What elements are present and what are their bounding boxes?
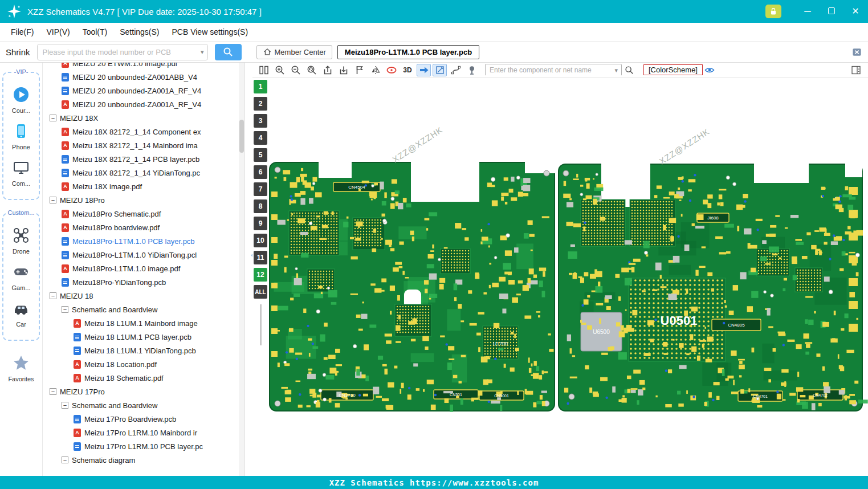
tree-item[interactable]: −MEIZU 18 — [43, 289, 244, 303]
zoom-reset-icon[interactable] — [304, 64, 319, 76]
layer-button-6[interactable]: 6 — [254, 165, 267, 179]
pan-arrow-icon[interactable] — [417, 64, 431, 76]
tree-item[interactable]: Meizu18Pro-YiDianTong.pcb — [43, 275, 244, 289]
tree-item[interactable]: AMEIZU 20 unbounded-ZA001A_RF_V4 — [43, 97, 244, 111]
split-view-icon[interactable] — [256, 64, 271, 76]
tree-item[interactable]: Meizu 17Pro Boardview.pcb — [43, 412, 244, 426]
tree-item[interactable]: −Schematic diagram — [43, 453, 244, 467]
layer-button-7[interactable]: 7 — [254, 182, 267, 196]
maximize-button[interactable] — [826, 6, 837, 17]
tree-item[interactable]: −Schematic and Boardview — [43, 398, 244, 412]
tree-item[interactable]: AMeizu 18 Location.pdf — [43, 357, 244, 371]
layer-panel-icon[interactable] — [849, 64, 863, 76]
tree-item[interactable]: Meizu 17Pro L1RM.10 PCB layer.pc — [43, 439, 244, 453]
component-search-button[interactable] — [622, 64, 636, 76]
collapse-icon[interactable]: − — [62, 402, 68, 409]
sidebar-item-com[interactable]: Com... — [3, 158, 39, 187]
collapse-icon[interactable]: − — [62, 306, 68, 313]
layer-button-8[interactable]: 8 — [254, 199, 267, 213]
zoom-out-icon[interactable] — [288, 64, 303, 76]
3d-toggle-button[interactable]: 3D — [400, 64, 415, 76]
flag-icon[interactable] — [352, 64, 366, 76]
layer-button-4[interactable]: 4 — [254, 131, 267, 145]
layer-button-all[interactable]: ALL — [254, 285, 267, 299]
collapse-icon[interactable]: − — [50, 197, 56, 203]
tree-item[interactable]: Meizu18Pro-L1TM.1.0 YiDianTong.pcl — [43, 248, 244, 262]
tree-item[interactable]: Meizu 18 L1UM.1 PCB layer.pcb — [43, 330, 244, 344]
tree-item[interactable]: AMEIZU 20 ETWM.1.0 image.pdf — [43, 63, 244, 70]
component-search-combobox[interactable]: ▾ — [485, 64, 622, 76]
sidebar-item-phone[interactable]: Phone — [3, 121, 39, 150]
pin-icon[interactable] — [464, 64, 479, 76]
color-scheme-button[interactable]: [ColorScheme] — [643, 64, 703, 75]
collapse-icon[interactable]: − — [50, 388, 56, 395]
tree-item[interactable]: AMeizu18Pro boardview.pdf — [43, 221, 244, 234]
document-tab[interactable]: Meizu18Pro-L1TM.1.0 PCB layer.pcb — [337, 45, 479, 59]
sidebar-item-gam[interactable]: Gam... — [3, 262, 39, 291]
computer-icon — [11, 158, 31, 180]
sidebar-item-drone[interactable]: Drone — [3, 226, 39, 255]
layer-button-10[interactable]: 10 — [254, 234, 267, 247]
close-button[interactable]: ✕ — [850, 6, 861, 17]
tree-item[interactable]: AMeizu 18X image.pdf — [43, 180, 244, 193]
tree-item[interactable]: MEIZU 20 unbounded-ZA001ABB_V4 — [43, 70, 244, 84]
tree-item[interactable]: −MEIZU 18X — [43, 111, 244, 125]
layer-button-1[interactable]: 1 — [254, 80, 267, 93]
tree-item[interactable]: AMeizu 18 L1UM.1 Mainbord image — [43, 316, 244, 330]
zoom-in-icon[interactable] — [272, 64, 287, 76]
tree-scrollbar-thumb[interactable] — [239, 120, 244, 153]
tree-item[interactable]: −MEIZU 17Pro — [43, 385, 244, 398]
crop-icon[interactable] — [433, 64, 447, 76]
menu-settingss[interactable]: Settings(S) — [113, 24, 165, 40]
tree-item[interactable]: AMeizu 18X 82172_1_14 Mainbord ima — [43, 138, 244, 152]
mirror-horizontal-icon[interactable] — [368, 64, 382, 76]
menu-filef[interactable]: File(F) — [5, 24, 40, 40]
minimize-button[interactable]: ─ — [802, 6, 813, 17]
component-search-input[interactable] — [486, 65, 621, 76]
layer-button-2[interactable]: 2 — [254, 97, 267, 111]
layer-button-11[interactable]: 11 — [254, 251, 267, 264]
layer-slider[interactable] — [260, 304, 262, 345]
shrink-button[interactable]: Shrink — [6, 47, 30, 57]
sidebar-item-car[interactable]: Car — [3, 299, 39, 328]
visibility-eye-icon[interactable] — [703, 64, 717, 76]
pcb-board-image[interactable]: CN4504U1700CN3700CN301CN5001U6500U0501CN… — [252, 78, 868, 476]
tree-item[interactable]: Meizu 18X 82172_1_14 YiDianTong.pc — [43, 166, 244, 180]
tree-item[interactable]: AMeizu 17Pro L1RM.10 Mainbord ir — [43, 426, 244, 439]
tree-item[interactable]: MEIZU 20 unbounded-ZA001A_RF_V4 — [43, 84, 244, 97]
flip-board-icon[interactable] — [384, 64, 398, 76]
tree-item[interactable]: AMeizu 18 Schematic.pdf — [43, 371, 244, 385]
measure-curve-icon[interactable] — [449, 64, 463, 76]
collapse-icon[interactable]: − — [62, 457, 68, 463]
export-board-icon[interactable] — [320, 64, 335, 76]
pcb-canvas[interactable]: CN4504U1700CN3700CN301CN5001U6500U0501CN… — [252, 78, 868, 476]
collapse-icon[interactable]: − — [50, 115, 56, 121]
tree-scrollbar[interactable] — [239, 63, 244, 476]
tree-item[interactable]: AMeizu18Pro-L1TM.1.0 image.pdf — [43, 262, 244, 275]
tree-item[interactable]: −Schematic and Boardview — [43, 303, 244, 316]
layer-button-9[interactable]: 9 — [254, 217, 267, 230]
tree-item[interactable]: −MEIZU 18Pro — [43, 193, 244, 207]
menu-toolt[interactable]: Tool(T) — [76, 24, 114, 40]
menu-pcbviewsettingss[interactable]: PCB View settings(S) — [165, 24, 254, 40]
sidebar-item-cour[interactable]: Cour... — [3, 85, 39, 114]
layer-button-3[interactable]: 3 — [254, 114, 267, 128]
tree-item[interactable]: Meizu18Pro-L1TM.1.0 PCB layer.pcb — [43, 234, 244, 248]
tree-item[interactable]: Meizu 18X 82172_1_14 PCB layer.pcb — [43, 152, 244, 166]
tree-item-label: Meizu 17Pro L1RM.10 Mainbord ir — [84, 429, 197, 437]
sidebar-item-favorites[interactable]: Favorites — [0, 353, 42, 382]
search-button[interactable] — [215, 44, 242, 60]
member-center-button[interactable]: Member Center — [256, 45, 332, 59]
model-search-combobox[interactable]: ▾ — [37, 44, 208, 60]
tree-item[interactable]: AMeizu 18X 82172_1_14 Component ex — [43, 125, 244, 138]
layer-button-12[interactable]: 12 — [254, 268, 267, 282]
license-lock-button[interactable] — [765, 5, 781, 18]
close-panel-icon[interactable] — [851, 47, 862, 60]
import-board-icon[interactable] — [336, 64, 351, 76]
layer-button-5[interactable]: 5 — [254, 148, 267, 162]
model-search-input[interactable] — [38, 44, 207, 60]
tree-item[interactable]: AMeizu18Pro Schematic.pdf — [43, 207, 244, 221]
collapse-icon[interactable]: − — [50, 292, 56, 299]
menu-vipv[interactable]: VIP(V) — [40, 24, 76, 40]
tree-item[interactable]: Meizu 18 L1UM.1 YiDianTong.pcb — [43, 344, 244, 357]
